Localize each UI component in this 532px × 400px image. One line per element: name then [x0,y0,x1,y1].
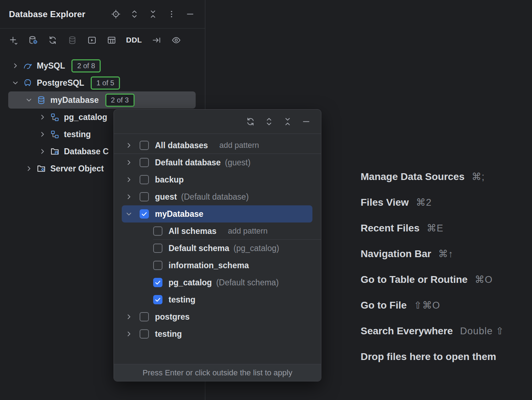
schema-item-mydatabase[interactable]: myDatabase [122,205,312,222]
hide-icon[interactable] [185,9,195,19]
schema-item-postgres[interactable]: postgres [122,308,312,325]
schema-checkbox[interactable] [140,329,149,339]
scope-count-badge: 2 of 8 [71,59,101,72]
schema-checkbox[interactable] [153,244,162,253]
chevron-right-icon[interactable] [124,175,134,185]
tree-item-mysql[interactable]: MySQL2 of 8 [8,57,196,74]
schema-item-label: All databases [155,141,208,150]
chevron-down-icon[interactable] [24,95,34,105]
schema-item-hint: (Default database) [181,192,249,202]
shortcut-keys: ⌘2 [416,197,432,208]
tree-item-label: myDatabase [50,95,99,105]
collapse-all-icon[interactable] [148,9,158,19]
schema-item-backup[interactable]: backup [122,171,312,188]
shortcut-keys: ⌘; [472,171,485,182]
panel-toolbar: DDL [0,29,205,51]
disconnect-icon[interactable] [67,35,77,45]
shortcut-label: Recent Files [361,222,420,234]
schema-item-label: information_schema [169,261,249,270]
schema-item-label: guest [155,192,177,202]
schema-item-label: Default schema [169,244,229,253]
collapse-all-icon[interactable] [282,117,292,127]
chevron-right-icon[interactable] [37,129,47,139]
minimize-icon[interactable] [301,117,311,127]
view-options-icon[interactable] [171,35,181,45]
panel-header: Database Explorer [0,0,205,29]
schema-item-label: All schemas [169,226,216,236]
jump-to-console-icon[interactable] [152,35,162,45]
schema-item-testing[interactable]: testing [122,325,312,342]
schema-selection-popup: All databasesadd patternDefault database… [114,109,321,381]
schema-checkbox[interactable] [140,158,149,167]
schema-item-label: testing [169,295,195,305]
scope-count-badge: 1 of 5 [91,76,120,90]
schema-item-all-schemas[interactable]: All schemasadd pattern [122,222,312,240]
schema-item-guest[interactable]: guest(Default database) [122,188,312,205]
shortcut-keys: ⌘E [427,222,443,234]
add-icon[interactable] [8,35,18,45]
tree-item-label: Server Object [50,164,104,174]
chevron-spacer [137,295,147,305]
schema-checkbox[interactable] [153,226,162,236]
schema-checkbox[interactable] [153,278,162,287]
schema-checkbox[interactable] [153,261,162,270]
sync-icon[interactable] [47,35,57,45]
chevron-spacer [137,260,147,270]
shortcut-keys: ⇧⌘O [414,300,440,311]
chevron-right-icon[interactable] [124,192,134,202]
schema-icon [50,129,60,139]
add-pattern-link[interactable]: add pattern [219,141,259,150]
schema-item-all-databases[interactable]: All databasesadd pattern [122,137,312,154]
tree-item-mydatabase[interactable]: myDatabase2 of 3 [8,91,196,109]
chevron-spacer [137,278,147,288]
schema-item-information-schema[interactable]: information_schema [122,257,312,274]
schema-item-label: Default database [155,158,221,168]
chevron-right-icon[interactable] [124,140,134,150]
chevron-right-icon[interactable] [37,146,47,156]
shortcut-label: Files View [361,197,409,208]
chevron-right-icon[interactable] [124,158,134,168]
popup-footer: Press Enter or click outside the list to… [114,364,321,381]
chevron-right-icon[interactable] [124,312,134,322]
shortcut-navigation-bar: Navigation Bar⌘↑ [361,241,504,267]
sync-icon[interactable] [245,117,255,127]
schema-checkbox[interactable] [140,141,149,150]
ddl-button[interactable]: DDL [126,36,142,44]
server-objects-folder-icon [36,164,46,174]
chevron-right-icon[interactable] [10,61,20,71]
chevron-right-icon[interactable] [24,164,34,174]
tree-item-label: testing [64,130,91,139]
shortcut-search-everywhere: Search EverywhereDouble ⇧ [361,318,504,344]
chevron-right-icon[interactable] [37,112,47,122]
shortcut-keys: ⌘O [475,274,493,285]
popup-header [114,110,321,134]
shortcut-go-to-file: Go to File⇧⌘O [361,292,504,318]
tree-item-label: MySQL [37,61,65,71]
add-pattern-link[interactable]: add pattern [228,226,267,236]
table-icon[interactable] [106,35,116,45]
schema-item-pg-catalog[interactable]: pg_catalog(Default schema) [122,274,312,291]
schema-checkbox[interactable] [140,175,149,184]
tree-item-postgresql[interactable]: PostgreSQL1 of 5 [8,74,196,91]
schema-item-default-database[interactable]: Default database(guest) [122,154,312,171]
schema-icon [50,112,60,122]
expand-all-icon[interactable] [264,117,274,127]
schema-item-label: myDatabase [155,209,204,219]
locate-icon[interactable] [111,9,121,19]
expand-all-icon[interactable] [129,9,139,19]
mysql-icon [22,61,32,71]
chevron-down-icon[interactable] [10,78,20,88]
schema-checkbox[interactable] [140,209,149,219]
schema-checkbox[interactable] [153,295,162,304]
more-icon[interactable] [166,9,176,19]
schema-item-hint: (guest) [225,158,251,168]
schema-checkbox[interactable] [140,312,149,321]
query-console-icon[interactable] [87,35,97,45]
data-source-settings-icon[interactable] [28,35,38,45]
shortcut-keys: Double ⇧ [460,325,504,337]
chevron-down-icon[interactable] [124,209,134,219]
schema-item-testing[interactable]: testing [122,291,312,308]
schema-item-default-schema[interactable]: Default schema(pg_catalog) [122,240,312,257]
chevron-right-icon[interactable] [124,329,134,339]
schema-checkbox[interactable] [140,192,149,201]
